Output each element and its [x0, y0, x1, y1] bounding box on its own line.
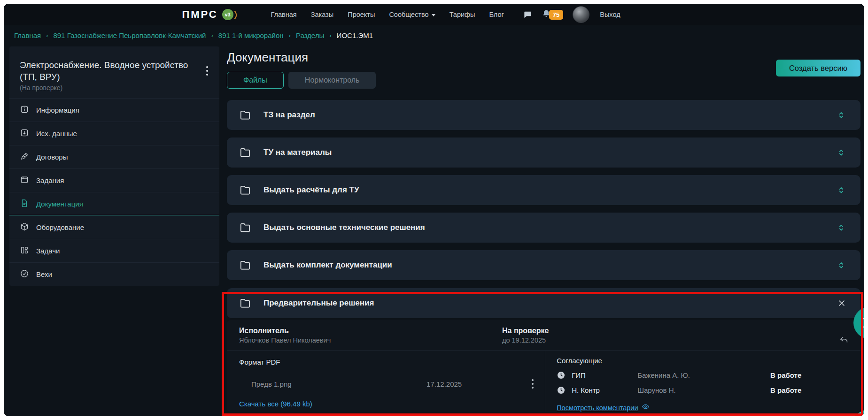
- breadcrumb-separator: ›: [289, 32, 291, 39]
- app-logo[interactable]: ПМРС v3: [182, 8, 233, 21]
- sidebar-item-assignments[interactable]: Задания: [9, 168, 219, 192]
- breadcrumb-subproject[interactable]: 891 1-й микрорайон: [218, 31, 284, 39]
- breadcrumb-separator: ›: [46, 32, 48, 39]
- page-title: Документация: [227, 50, 376, 65]
- sidebar: Электроснабжение. Вводное устройство (ТП…: [9, 46, 219, 286]
- nav-links: Главная Заказы Проекты Сообщество Тарифы…: [271, 11, 504, 18]
- sidebar-item-milestones[interactable]: Вехи: [9, 262, 219, 286]
- sidebar-item-tasks[interactable]: Задачи: [9, 239, 219, 262]
- expand-selector-icon[interactable]: [834, 258, 848, 272]
- main-panel: Документация Файлы Нормоконтроль Создать…: [227, 46, 860, 412]
- section-row-document-set[interactable]: Выдать комплект документации: [227, 250, 860, 280]
- section-preliminary-solutions: Предварительные решения Исполнитель Ябло…: [227, 288, 860, 412]
- section-row-technical-solutions[interactable]: Выдать основные технические решения: [227, 213, 860, 243]
- package-icon: [20, 222, 29, 233]
- approver-name: Шарунов Н.: [637, 386, 770, 394]
- section-row-preliminary[interactable]: Предварительные решения: [227, 288, 860, 318]
- app-window: ПМРС v3 Главная Заказы Проекты Сообществ…: [4, 4, 864, 416]
- file-name[interactable]: Предв 1.png: [251, 380, 292, 388]
- approver-row: ГИП Баженина А. Ю. В работе: [557, 371, 849, 380]
- document-icon: [20, 199, 29, 209]
- folder-icon: [239, 146, 251, 159]
- sidebar-item-equipment[interactable]: Оборудование: [9, 215, 219, 239]
- expand-selector-icon[interactable]: [834, 221, 848, 235]
- breadcrumb-separator: ›: [211, 32, 213, 39]
- folder-icon: [239, 109, 251, 121]
- section-body: Исполнитель Яблочков Павел Николаевич На…: [227, 320, 860, 412]
- nav-link-tariffs[interactable]: Тарифы: [450, 11, 475, 18]
- clock-icon: [557, 371, 566, 380]
- approvers-label: Согласующие: [557, 357, 849, 365]
- create-version-button[interactable]: Создать версию: [776, 60, 860, 76]
- approver-name: Баженина А. Ю.: [637, 371, 770, 379]
- approver-row: Н. Контр Шарунов Н. В работе: [557, 386, 849, 395]
- kanban-icon: [20, 245, 29, 256]
- clock-icon: [557, 386, 566, 395]
- eye-icon: [642, 403, 650, 412]
- folder-open-icon: [239, 297, 251, 309]
- sidebar-section-title: Электроснабжение. Вводное устройство (ТП…: [20, 60, 197, 83]
- expand-selector-icon[interactable]: [834, 183, 848, 197]
- review-due-date: до 19.12.2025: [502, 336, 549, 344]
- tab-normcontrol[interactable]: Нормоконтроль: [288, 72, 376, 89]
- executor-name: Яблочков Павел Николаевич: [239, 336, 502, 344]
- breadcrumb-current: ИОС1.ЭМ1: [337, 31, 373, 39]
- pen-icon: [20, 152, 29, 162]
- file-kebab-menu-icon[interactable]: [530, 377, 535, 390]
- download-all-link[interactable]: Скачать все (96.49 kb): [239, 400, 312, 408]
- logo-version-badge: v3: [222, 9, 233, 20]
- approver-status: В работе: [770, 386, 849, 394]
- notifications-bell[interactable]: 75: [542, 9, 563, 20]
- kebab-menu-icon[interactable]: [204, 64, 210, 77]
- nav-link-community[interactable]: Сообщество: [389, 11, 435, 18]
- nav-link-blog[interactable]: Блог: [489, 11, 504, 18]
- file-row: Предв 1.png 17.12.2025: [239, 377, 537, 390]
- breadcrumb-separator: ›: [329, 32, 331, 39]
- section-row-tz[interactable]: ТЗ на раздел: [227, 100, 860, 130]
- section-row-tu[interactable]: ТУ на материалы: [227, 137, 860, 168]
- nav-link-home[interactable]: Главная: [271, 11, 297, 18]
- approver-status: В работе: [770, 371, 849, 379]
- tabs: Файлы Нормоконтроль: [227, 72, 376, 89]
- section-row-calculations[interactable]: Выдать расчёты для ТУ: [227, 175, 860, 205]
- format-label: Формат PDF: [239, 358, 537, 366]
- breadcrumb-sections[interactable]: Разделы: [296, 31, 324, 39]
- user-avatar[interactable]: [573, 6, 589, 23]
- breadcrumb-project[interactable]: 891 Газоснабжение Пеьропавловк-Камчатски…: [53, 31, 206, 39]
- sidebar-item-information[interactable]: Информация: [9, 98, 219, 122]
- close-icon[interactable]: [835, 297, 848, 310]
- breadcrumb-home[interactable]: Главная: [14, 31, 41, 39]
- review-status-label: На проверке: [502, 327, 549, 335]
- sidebar-item-source-data[interactable]: Исх. данные: [9, 122, 219, 145]
- breadcrumb: Главная › 891 Газоснабжение Пеьропавловк…: [4, 25, 864, 44]
- tab-files[interactable]: Файлы: [227, 72, 284, 89]
- download-icon: [20, 128, 29, 139]
- view-comments-link[interactable]: Посмотреть комментарии: [557, 404, 638, 412]
- file-date: 17.12.2025: [426, 380, 462, 388]
- logout-button[interactable]: Выход: [600, 11, 620, 18]
- chevron-down-icon: [432, 14, 435, 16]
- nav-link-projects[interactable]: Проекты: [348, 11, 375, 18]
- expand-selector-icon[interactable]: [834, 145, 848, 160]
- sidebar-item-documentation[interactable]: Документация: [9, 192, 219, 215]
- executor-label: Исполнитель: [239, 327, 502, 335]
- expand-selector-icon[interactable]: [834, 108, 848, 122]
- chat-icon[interactable]: [523, 10, 532, 19]
- sidebar-status: (На проверке): [20, 84, 197, 92]
- reply-icon[interactable]: [839, 335, 849, 347]
- nav-link-orders[interactable]: Заказы: [311, 11, 333, 18]
- info-icon: [20, 105, 29, 115]
- sidebar-item-contracts[interactable]: Договоры: [9, 145, 219, 168]
- top-navbar: ПМРС v3 Главная Заказы Проекты Сообществ…: [4, 4, 864, 25]
- approver-role: ГИП: [572, 371, 637, 379]
- approver-role: Н. Контр: [572, 386, 637, 394]
- logo-text: ПМРС: [182, 8, 217, 21]
- notifications-count-badge: 75: [549, 10, 563, 20]
- folder-icon: [239, 184, 251, 196]
- check-circle-icon: [20, 269, 29, 280]
- tasks-icon: [20, 175, 29, 186]
- folder-icon: [239, 221, 251, 234]
- folder-icon: [239, 259, 251, 271]
